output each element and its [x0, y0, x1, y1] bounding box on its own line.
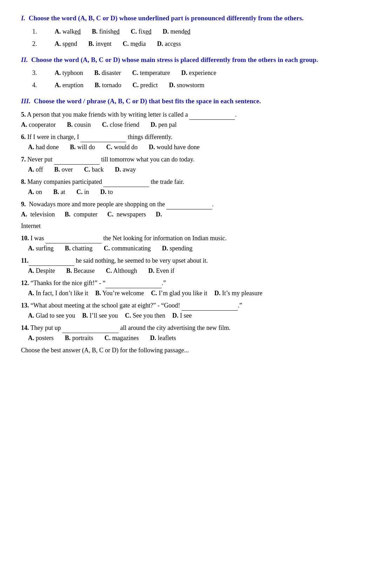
- q11-options: A. Despite B. Because C. Although D. Eve…: [28, 266, 352, 276]
- q9-optD-label: Internet: [21, 221, 352, 231]
- q10-optD: D. spending: [162, 244, 192, 253]
- q12-optC: C. I’m glad you like it: [151, 289, 208, 298]
- section-iii-header: III. Choose the word / phrase (A, B, C o…: [21, 96, 352, 106]
- q6-optD: D. would have done: [149, 143, 200, 152]
- q7-num: 7.: [21, 156, 26, 163]
- q11-optD: D. Even if: [148, 266, 174, 276]
- q2-optC: C. media: [123, 39, 146, 49]
- q6-options: A. had done B. will do C. would do D. wo…: [28, 143, 352, 152]
- q4-optD: D. snowstorm: [169, 81, 204, 90]
- q5-optB: B. cousin: [67, 120, 91, 130]
- q10-optC: C. communicating: [104, 244, 151, 253]
- q7-text: 7. Never put till tomorrow what you can …: [21, 155, 352, 164]
- section-ii-header: II. Choose the word (A, B, C or D) whose…: [21, 55, 352, 65]
- q9-optB: B. computer: [65, 210, 98, 219]
- q9-optD: D.: [156, 210, 162, 219]
- q5-optC: C. close friend: [102, 120, 139, 130]
- q12-optD: D. It’s my pleasure: [215, 289, 263, 298]
- question-4: 4. A. eruption B. tornado C. predict D. …: [21, 81, 352, 90]
- q1-optB: B. finished: [92, 27, 120, 36]
- q12-text: 12. “Thanks for the nice gift!” - “ .”: [21, 278, 352, 288]
- q1-optA: A. walked: [55, 27, 81, 36]
- q7-optD: D. away: [115, 165, 136, 174]
- q6-optC: C. would do: [106, 143, 138, 152]
- footer-text: Choose the best answer (A, B, C or D) fo…: [21, 347, 189, 354]
- q2-num: 2.: [32, 39, 43, 49]
- q2-optA: A. spend: [55, 39, 77, 49]
- q2-optD: D. access: [157, 39, 181, 49]
- q5-optA: A. cooperator: [21, 120, 56, 130]
- q4-options: 4. A. eruption B. tornado C. predict D. …: [32, 81, 352, 90]
- q8-text: 8. Many companies participated the trade…: [21, 177, 352, 187]
- question-8: 8. Many companies participated the trade…: [21, 177, 352, 197]
- q12-num: 12.: [21, 279, 29, 286]
- question-9: 9. Nowadays more and more people are sho…: [21, 200, 352, 231]
- q14-optC: C. magazines: [104, 333, 139, 343]
- q11-text: 11. he said nothing, he seemed to be ver…: [21, 256, 352, 265]
- question-11: 11. he said nothing, he seemed to be ver…: [21, 256, 352, 276]
- q1-optC: C. fixed: [131, 27, 151, 36]
- footer-note-partial: Choose the best answer (A, B, C or D) fo…: [21, 346, 352, 355]
- q6-optB: B. will do: [70, 143, 95, 152]
- q2-optB: B. invent: [88, 39, 111, 49]
- q13-optB: B. I’ll see you: [82, 311, 118, 320]
- q4-optC: C. predict: [133, 81, 158, 90]
- section-ii: II. Choose the word (A, B, C or D) whose…: [21, 55, 352, 90]
- q14-options: A. posters B. portraits C. magazines D. …: [28, 333, 352, 343]
- q7-optB: B. over: [54, 165, 73, 174]
- q6-optA: A. had done: [28, 143, 59, 152]
- section-iii-title: Choose the word / phrase (A, B, C or D) …: [34, 97, 261, 105]
- q4-optB: B. tornado: [95, 81, 121, 90]
- q13-options: A. Glad to see you B. I’ll see you C. Se…: [28, 311, 352, 320]
- q7-optC: C. back: [84, 165, 104, 174]
- q3-optD: D. experience: [181, 68, 216, 78]
- q9-text: 9. Nowadays more and more people are sho…: [21, 200, 352, 209]
- section-iii: III. Choose the word / phrase (A, B, C o…: [21, 96, 352, 343]
- q8-optD: D. to: [100, 187, 113, 197]
- question-1: 1. A. walked B. finished C. fixed D. men…: [21, 27, 352, 36]
- q12-optA: A. In fact, I don’t like it: [28, 289, 88, 298]
- q7-optA: A. off: [28, 165, 43, 174]
- q1-optD: D. mended: [163, 27, 190, 36]
- q12-options: A. In fact, I don’t like it B. You’re we…: [28, 289, 352, 298]
- section-ii-roman: II.: [21, 56, 28, 63]
- q9-num: 9.: [21, 201, 26, 208]
- section-ii-title: Choose the word (A, B, C or D) whose mai…: [31, 56, 318, 63]
- q14-optD: D. leaflets: [150, 333, 176, 343]
- q14-num: 14.: [21, 324, 29, 331]
- q10-optA: A. surfing: [28, 244, 54, 253]
- q13-optC: C. See you then: [125, 311, 165, 320]
- q10-text: 10. I was the Net looking for informatio…: [21, 234, 352, 243]
- question-12: 12. “Thanks for the nice gift!” - “ .” A…: [21, 278, 352, 298]
- q9-optC: C. newspapers: [107, 210, 146, 219]
- q8-optC: C. in: [76, 187, 89, 197]
- q1-options: 1. A. walked B. finished C. fixed D. men…: [32, 27, 352, 36]
- question-10: 10. I was the Net looking for informatio…: [21, 234, 352, 253]
- question-13: 13. “What about meeting at the school ga…: [21, 301, 352, 320]
- question-14: 14. They put up all around the city adve…: [21, 323, 352, 343]
- section-i-header: I. Choose the word (A, B, C or D) whose …: [21, 13, 352, 23]
- q3-optC: C. temperature: [132, 68, 170, 78]
- section-i-title: Choose the word (A, B, C or D) whose und…: [29, 14, 304, 22]
- q5-optD: D. pen pal: [150, 120, 176, 130]
- q11-optA: A. Despite: [28, 266, 55, 276]
- q10-num: 10.: [21, 235, 29, 242]
- q6-num: 6.: [21, 133, 26, 140]
- q9-optA: A. television: [21, 210, 55, 219]
- q13-num: 13.: [21, 302, 29, 309]
- q5-options: A. cooperator B. cousin C. close friend …: [21, 120, 352, 130]
- q5-num: 5.: [21, 111, 26, 118]
- q8-num: 8.: [21, 178, 26, 185]
- q13-optD: D. I see: [172, 311, 191, 320]
- q14-optA: A. posters: [28, 333, 54, 343]
- q3-optB: B. disaster: [94, 68, 121, 78]
- q13-text: 13. “What about meeting at the school ga…: [21, 301, 352, 310]
- q12-optB: B. You’re welcome: [95, 289, 144, 298]
- q3-options: 3. A. typhoon B. disaster C. temperature…: [32, 68, 352, 78]
- q4-num: 4.: [32, 81, 43, 90]
- q5-text: 5. A person that you make friends with b…: [21, 110, 352, 119]
- question-7: 7. Never put till tomorrow what you can …: [21, 155, 352, 174]
- q8-options: A. on B. at C. in D. to: [28, 187, 352, 197]
- question-5: 5. A person that you make friends with b…: [21, 110, 352, 130]
- q11-num: 11.: [21, 257, 29, 264]
